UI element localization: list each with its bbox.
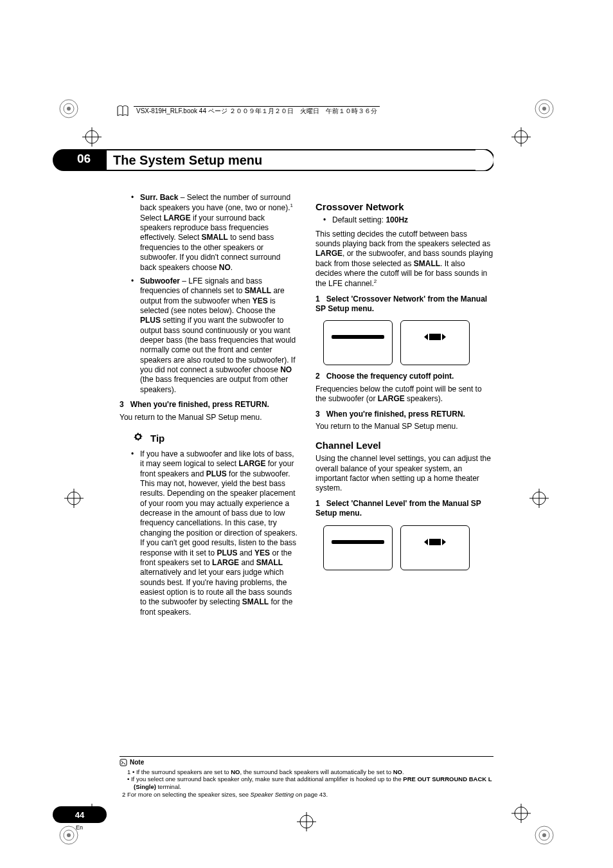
note-label: Note: [130, 759, 144, 767]
channel-paragraph: Using the channel level settings, you ca…: [315, 454, 493, 493]
registration-mark-icon: [55, 95, 82, 122]
crop-mark-icon: [511, 804, 531, 823]
svg-point-8: [67, 833, 71, 837]
page-number-badge: 44: [53, 806, 107, 823]
crossover-step1: 1 Select 'Crossover Network' from the Ma…: [315, 294, 493, 314]
crossover-step2: 2 Choose the frequency cutoff point.: [315, 372, 493, 381]
bookbar-text: VSX-819H_RLF.book 44 ページ ２００９年１月２０日 火曜日 …: [134, 107, 380, 116]
note-icon: [120, 759, 127, 766]
crop-mark-icon: [511, 127, 531, 147]
display-panel-icon: [400, 320, 470, 365]
tip-text: If you have a subwoofer and like lots of…: [140, 449, 298, 617]
crop-mark-icon: [297, 812, 316, 831]
book-icon: [116, 104, 130, 118]
tip-label: Tip: [150, 432, 164, 444]
crop-mark-icon: [82, 127, 102, 147]
display-panel-icon: [400, 525, 470, 570]
left-step3-after: You return to the Manual SP Setup menu.: [120, 413, 298, 422]
svg-point-11: [542, 833, 546, 837]
svg-point-2: [67, 107, 71, 111]
chapter-title: The System Setup menu: [113, 153, 262, 168]
crossover-step3: 3 When you're finished, press RETURN.: [315, 410, 493, 419]
chapter-header: 06 The System Setup menu: [53, 149, 493, 171]
display-diagram-row: [323, 525, 493, 570]
registration-mark-icon: [531, 822, 558, 849]
crossover-paragraph: This setting decides the cutoff between …: [315, 230, 493, 289]
left-column: • Surr. Back – Select the number of surr…: [120, 193, 298, 754]
footnotes: Note 1 • If the surround speakers are se…: [120, 756, 493, 799]
crop-mark-icon: [64, 489, 84, 508]
page-number: 44: [75, 811, 84, 819]
subwoofer-bullet: Subwoofer – LFE signals and bass frequen…: [140, 276, 298, 395]
svg-point-5: [542, 107, 546, 111]
svg-point-34: [136, 435, 140, 439]
footnote-1b: • If you select one surround back speake…: [120, 775, 493, 791]
display-panel-icon: [323, 525, 393, 570]
chapter-number: 06: [77, 152, 91, 166]
channel-step1: 1 Select 'Channel Level' from the Manual…: [315, 499, 493, 519]
footnote-2: 2 For more on selecting the speaker size…: [120, 791, 493, 799]
surr-back-bullet: Surr. Back – Select the number of surrou…: [140, 193, 298, 273]
registration-mark-icon: [531, 95, 558, 122]
bookbar: VSX-819H_RLF.book 44 ページ ２００９年１月２０日 火曜日 …: [116, 103, 380, 120]
gear-icon: [131, 431, 145, 446]
crossover-step2-after: Frequencies below the cutoff point will …: [315, 384, 493, 404]
crossover-step3-after: You return to the Manual SP Setup menu.: [315, 422, 493, 431]
default-setting: Default setting: 100Hz: [332, 215, 493, 225]
page-language: En: [76, 824, 83, 831]
left-step3: 3 When you're finished, press RETURN.: [120, 400, 298, 410]
display-panel-icon: [323, 320, 393, 365]
crop-mark-icon: [529, 489, 549, 508]
chapter-curve-icon: [474, 149, 493, 171]
right-column: Crossover Network • Default setting: 100…: [315, 193, 493, 754]
display-diagram-row: [323, 320, 493, 365]
channel-heading: Channel Level: [315, 439, 493, 451]
crossover-heading: Crossover Network: [315, 201, 493, 213]
footnote-1a: 1 • If the surround speakers are set to …: [120, 768, 493, 776]
